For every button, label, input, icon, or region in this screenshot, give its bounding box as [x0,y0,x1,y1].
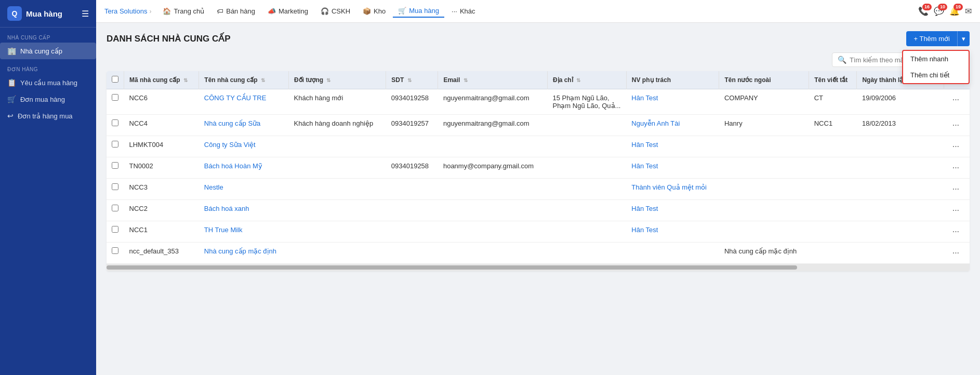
supplier-link[interactable]: Công ty Sữa Việt [204,141,256,149]
row-menu-button[interactable]: ··· [949,162,962,173]
bell-button[interactable]: 🔔 19 [949,6,960,16]
row-checkbox[interactable] [112,162,118,169]
row-menu-button[interactable]: ··· [949,94,962,105]
sidebar-item-nha-cung-cap[interactable]: 🏢 Nhà cung cấp [0,43,96,59]
supplier-link[interactable]: Nhà cung cấp Sữa [204,119,261,127]
breadcrumb-link[interactable]: Tera Solutions [104,7,147,15]
horizontal-scrollbar[interactable] [107,264,970,271]
select-all-checkbox[interactable] [112,76,118,83]
cell-ma: NCC3 [124,179,199,200]
add-dropdown-menu: Thêm nhanh Thêm chi tiết [902,50,970,84]
row-checkbox[interactable] [112,183,118,190]
col-ma: Mã nhà cung cấp ⇅ [124,71,199,89]
cell-ma: NCC2 [124,200,199,221]
mail-button[interactable]: ✉ [965,6,972,16]
sidebar-item-label: Đơn mua hàng [20,96,65,103]
cell-doi-tuong [289,221,386,243]
scrollbar-thumb [107,265,797,270]
them-nhanh-item[interactable]: Thêm nhanh [903,51,969,67]
col-ten-nuoc-ngoai: Tên nước ngoài [719,71,809,89]
cell-sdt [386,200,438,221]
supplier-link[interactable]: Bách hoá xanh [204,205,249,212]
sidebar-logo: Q Mua hàng ☰ [0,0,96,28]
row-checkbox-cell [107,136,124,157]
nv-link[interactable]: Hân Test [631,94,658,102]
row-checkbox-cell [107,115,124,136]
cell-ten: CÔNG TY CẦU TRE [199,89,289,115]
row-menu-button[interactable]: ··· [949,141,962,152]
sidebar-item-don-tra-hang[interactable]: ↩ Đơn trả hàng mua [0,108,96,124]
nav-cskh[interactable]: 🎧 CSKH [315,5,355,17]
row-menu-button[interactable]: ··· [949,183,962,195]
cell-doi-tuong: Khách hàng mới [289,89,386,115]
chat-button[interactable]: 💬 10 [934,6,944,16]
row-checkbox[interactable] [112,119,118,126]
cell-ma: NCC1 [124,221,199,243]
add-button[interactable]: + Thêm mới [906,31,957,46]
sidebar-item-yeu-cau-mua-hang[interactable]: 📋 Yêu cầu mua hàng [0,74,96,91]
logo-icon: Q [7,6,22,21]
main-area: Tera Solutions › 🏠 Trang chủ 🏷 Bán hàng … [96,0,980,375]
nav-ban-hang[interactable]: 🏷 Bán hàng [211,5,260,17]
box-icon: 📦 [363,7,371,15]
supplier-link[interactable]: Nestle [204,183,223,191]
cell-email: nguyenmaitrang@gmail.com [438,115,548,136]
cell-ma: ncc_default_353 [124,243,199,264]
sidebar-item-label: Đơn trả hàng mua [18,112,73,120]
cell-ngay-thanh-lap [857,200,944,221]
sort-icon: ⇅ [261,77,265,83]
row-checkbox[interactable] [112,247,118,254]
cell-ten-nuoc-ngoai [719,221,809,243]
nav-mua-hang[interactable]: 🛒 Mua hàng [393,5,444,18]
row-checkbox[interactable] [112,141,118,148]
supplier-link[interactable]: CÔNG TY CẦU TRE [204,94,267,102]
nav-trang-chu[interactable]: 🏠 Trang chủ [157,5,209,17]
row-checkbox[interactable] [112,205,118,211]
cell-nv: Hân Test [626,157,719,179]
nav-kho[interactable]: 📦 Kho [357,5,391,17]
col-ten: Tên nhà cung cấp ⇅ [199,71,289,89]
row-menu-button[interactable]: ··· [949,119,962,131]
phone-badge: 16 [922,4,932,10]
cell-nv: Nguyễn Anh Tài [626,115,719,136]
nav-label: Kho [374,7,386,15]
phone-button[interactable]: 📞 16 [918,6,929,16]
row-menu-button[interactable]: ··· [949,205,962,216]
nv-link[interactable]: Hân Test [631,226,658,234]
sidebar-section-don-hang: ĐƠN HÀNG [0,59,96,74]
search-icon: 🔍 [838,56,846,64]
supplier-link[interactable]: TH True Milk [204,226,243,234]
cell-ten-nuoc-ngoai: Nhà cung cấp mặc định [719,243,809,264]
nv-link[interactable]: Hân Test [631,205,658,212]
cell-sdt: 0934019258 [386,157,438,179]
sidebar-item-don-mua-hang[interactable]: 🛒 Đơn mua hàng [0,91,96,108]
nav-marketing[interactable]: 📣 Marketing [262,5,313,17]
row-menu-button[interactable]: ··· [949,247,962,259]
nv-link[interactable]: Hân Test [631,141,658,149]
row-checkbox[interactable] [112,94,118,101]
hamburger-icon[interactable]: ☰ [82,9,89,19]
nv-link[interactable]: Nguyễn Anh Tài [631,119,680,127]
row-checkbox[interactable] [112,226,118,233]
row-checkbox-cell [107,157,124,179]
nav-khac[interactable]: ··· Khác [446,5,480,17]
cell-dia-chi [547,157,626,179]
cell-ten: Nestle [199,179,289,200]
cell-doi-tuong [289,243,386,264]
add-dropdown-button[interactable]: ▾ [957,31,970,46]
shopping-icon: 🛒 [398,7,406,15]
cell-ten-viet-tat [809,179,857,200]
supplier-link[interactable]: Bách hoá Hoàn Mỹ [204,162,262,170]
supplier-link[interactable]: Nhà cung cấp mặc định [204,247,276,255]
nv-link[interactable]: Thành viên Quả mệt mỏi [631,183,707,191]
sidebar-item-label: Yêu cầu mua hàng [20,79,77,87]
topnav: Tera Solutions › 🏠 Trang chủ 🏷 Bán hàng … [96,0,980,23]
them-chi-tiet-item[interactable]: Thêm chi tiết [903,67,969,83]
row-menu-button[interactable]: ··· [949,226,962,237]
sidebar-logo-text: Mua hàng [26,9,62,18]
cell-email [438,179,548,200]
bell-badge: 19 [953,4,963,10]
cell-nv: Thành viên Quả mệt mỏi [626,179,719,200]
clipboard-icon: 📋 [7,78,16,87]
nv-link[interactable]: Hân Test [631,162,658,170]
